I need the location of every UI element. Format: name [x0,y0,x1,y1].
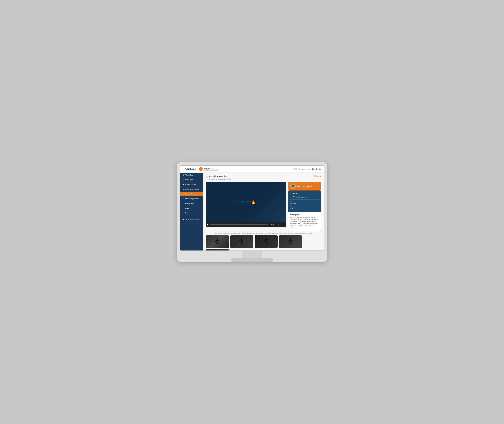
sidebar-item-score[interactable]: ★ Score [180,211,203,215]
svg-line-12 [242,240,244,241]
topbar-icons: 👥 ⚙ ⏻ [312,168,321,170]
svg-line-8 [218,242,219,244]
svg-line-26 [291,242,292,244]
more-options-icon[interactable]: ⋮ [283,224,285,225]
sidebar-item-vitality-dose[interactable]: ⊕ Vitality Dose [180,173,203,177]
stat-calories: Calories 101 [290,206,319,210]
thumb-img-2 [230,235,253,248]
sidebar-item-healthy-programs[interactable]: ♡ Healthy Programs [180,192,203,196]
thumbnail-2[interactable] [230,235,253,248]
svg-text:N: N [183,168,184,170]
week-label: Week 1 [315,175,321,177]
thumb-img-5 [206,249,229,250]
svg-point-3 [217,238,218,239]
clock-icon: ⏱ [290,193,292,194]
sidebar-item-classes-on-demand[interactable]: ≡ Classes On Demand [180,187,203,192]
level-label: Level [290,201,319,202]
user-name: Hello Naturgy [204,168,218,169]
sidebar-item-emotional-programs[interactable]: ☺ Emotional programs [180,196,203,201]
description-text: Please allow one to three minutes before… [290,217,319,229]
thumbnail-4[interactable] [279,235,302,248]
user-points: 24140 Points, Position: 30 [204,169,218,171]
svg-rect-22 [290,239,291,242]
sidebar-item-label: Emotional programs [185,198,199,200]
time-display: 0:00 / 10:18 [270,224,276,225]
fullscreen-icon[interactable]: ⛶ [281,224,282,225]
description-title: Description [290,214,319,216]
score-icon: ★ [182,212,184,214]
svg-point-15 [266,237,267,239]
video-player[interactable]: Naturgy 🔥 ▶ [206,182,286,227]
toggle-switch[interactable] [293,168,297,170]
week-badge: ℹ Week 1 [314,175,321,177]
stat-duration: ⏱ 10:18 [290,193,319,194]
topbar-right: Administrator mode 👥 ⚙ ⏻ [293,168,321,170]
stat-equipment-value: Without equipment [293,196,307,198]
sidebar-item-label: Healthy Programs [185,193,197,195]
sidebar-item-label: Healthy events [185,203,195,204]
power-icon[interactable]: ⏻ [319,168,321,170]
content-area: ♡ Cardiovascular Dynamic cardiovascular … [203,173,324,250]
help-label: Do you have doubts? [185,219,199,221]
healthy-events-icon: ◫ [182,202,184,205]
svg-line-14 [242,242,243,244]
logo-text: Naturgy [187,168,196,170]
emotional-programs-icon: ☺ [182,198,184,200]
main-layout: ⊕ Vitality Dose ◫ Challenges ▶ Daily Bro… [180,173,324,250]
thumbnail-3[interactable] [255,235,278,248]
challenges-icon: ◫ [182,179,184,181]
svg-line-7 [216,242,217,244]
svg-rect-4 [217,239,218,242]
svg-line-19 [265,242,266,244]
thumb-img-1 [206,235,229,248]
play-button[interactable]: ▶ [207,224,209,226]
sidebar-item-healthy-events[interactable]: ◫ Healthy events [180,201,203,206]
admin-mode-label: Administrator mode [298,168,310,170]
settings-icon[interactable]: ⚙ [316,168,318,170]
stats-panel: ⏱ 10:18 ◈ Without equipment [288,190,321,231]
sidebar-item-label: Score [185,212,189,214]
info-sidebar: 🧑 Francesco Taddei ⏱ 10:18 [288,182,321,231]
svg-line-23 [288,240,290,241]
thumb-img-3 [255,235,278,248]
layers-icon: ◈ [290,196,292,198]
svg-line-11 [239,240,241,241]
info-icon: ℹ [314,175,315,177]
page-subtitle: Dynamic cardiovascular exercise [209,178,231,180]
healthy-programs-icon: ♡ [182,193,184,195]
user-info: Hello Naturgy 24140 Points, Position: 30 [204,168,218,171]
calories-label: Calories [290,206,319,208]
volume-icon[interactable]: 🔊 [278,224,280,225]
sidebar-item-label: Classes On Demand [185,188,199,190]
thumbnail-5[interactable] [206,249,229,250]
video-controls: ▶ 0:00 / 10:18 🔊 ⛶ [206,222,286,227]
stat-duration-value: 10:18 [293,193,297,194]
svg-line-18 [267,239,268,240]
logo: N Naturgy [183,168,196,170]
sidebar-item-news[interactable]: ◻ News [180,206,203,211]
thumbnail-1[interactable] [206,235,229,248]
svg-rect-10 [241,239,242,242]
video-player-container: Naturgy 🔥 ▶ [206,182,286,231]
content-grid: Naturgy 🔥 ▶ [206,182,321,231]
sidebar-item-daily-broadcasts[interactable]: ▶ Daily Broadcasts [180,182,203,187]
svg-line-17 [264,240,266,241]
stat-level: Level Average [290,201,319,204]
progress-bar[interactable] [210,224,268,225]
topbar: N Naturgy N Hello Naturgy 24140 Points, … [180,166,324,173]
page-title: Cardiovascular [209,175,231,178]
sidebar-item-label: Daily Broadcasts [185,184,197,185]
svg-point-9 [241,238,242,239]
svg-line-20 [267,242,268,244]
sidebar-item-label: News [185,207,189,209]
sidebar-help[interactable]: 💬 Do you have doubts? [180,218,203,222]
svg-point-21 [290,238,291,239]
admin-mode-toggle[interactable]: Administrator mode [293,168,310,170]
level-value: Average [290,202,319,204]
news-icon: ◻ [182,207,184,209]
trainer-card: 🧑 Francesco Taddei [288,182,321,190]
users-icon[interactable]: 👥 [312,168,314,170]
sidebar-item-challenges[interactable]: ◫ Challenges [180,177,203,182]
classes-on-demand-icon: ≡ [182,188,184,190]
video-logo-flame: 🔥 [251,200,256,205]
